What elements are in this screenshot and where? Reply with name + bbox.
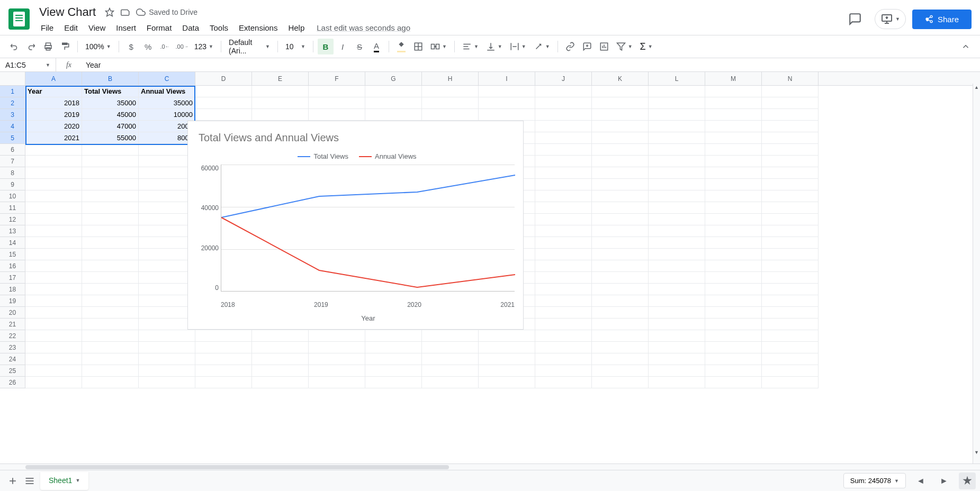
cell[interactable] [139,319,195,330]
vertical-scrollbar[interactable]: ▲ ▼ [973,84,980,463]
cell[interactable] [82,214,139,225]
cell[interactable] [705,319,762,330]
text-color-button[interactable]: A [368,39,384,54]
cell[interactable] [762,377,819,388]
col-header-h[interactable]: H [422,72,479,85]
col-header-j[interactable]: J [535,72,592,85]
cell[interactable]: 2019 [25,109,82,121]
cell[interactable] [25,284,82,295]
cell[interactable] [139,307,195,319]
menu-extensions[interactable]: Extensions [234,21,282,34]
cell[interactable] [705,156,762,167]
cell[interactable] [139,365,195,377]
col-header-k[interactable]: K [592,72,649,85]
decrease-decimal-button[interactable]: .0← [157,39,173,54]
cell[interactable] [139,295,195,307]
row-header[interactable]: 11 [0,202,25,214]
cell[interactable] [592,284,649,295]
col-header-n[interactable]: N [762,72,819,85]
cell[interactable] [762,260,819,272]
cell[interactable] [422,86,479,97]
cell[interactable] [592,144,649,156]
cell[interactable] [422,365,479,377]
cell[interactable] [592,167,649,179]
embedded-chart[interactable]: Total Views and Annual Views Total Views… [187,121,524,330]
print-button[interactable] [40,39,56,54]
cell[interactable] [25,377,82,388]
cell[interactable] [649,167,705,179]
cell[interactable] [762,156,819,167]
cell[interactable] [365,365,422,377]
cell[interactable]: 55000 [82,132,139,144]
cell[interactable] [82,167,139,179]
row-header[interactable]: 14 [0,237,25,249]
col-header-f[interactable]: F [309,72,365,85]
text-rotation-button[interactable]: ▼ [531,40,553,53]
increase-decimal-button[interactable]: .00→ [174,39,190,54]
cell[interactable] [365,330,422,342]
cell[interactable] [705,144,762,156]
cell[interactable] [535,156,592,167]
cell[interactable] [25,156,82,167]
cell[interactable] [762,295,819,307]
cell[interactable] [25,272,82,284]
save-status[interactable]: Saved to Drive [136,7,197,17]
cell[interactable] [252,330,309,342]
cell[interactable] [479,377,535,388]
cell[interactable] [365,353,422,365]
paint-format-button[interactable] [57,39,73,54]
cell[interactable] [535,319,592,330]
cell[interactable] [309,365,365,377]
cell[interactable] [762,86,819,97]
font-size-select[interactable]: 10▼ [282,40,309,53]
cell[interactable] [592,330,649,342]
cell[interactable] [649,353,705,365]
cell[interactable]: 2018 [25,97,82,109]
cell[interactable] [762,284,819,295]
cell[interactable] [82,179,139,190]
cell[interactable] [479,330,535,342]
cell[interactable]: 47000 [82,121,139,132]
strikethrough-button[interactable]: S [352,39,367,54]
cell[interactable] [479,365,535,377]
col-header-g[interactable]: G [365,72,422,85]
fill-color-button[interactable] [393,39,409,54]
menu-insert[interactable]: Insert [111,21,141,34]
cell[interactable] [705,225,762,237]
cell[interactable] [535,167,592,179]
cell[interactable] [762,109,819,121]
cell[interactable] [592,353,649,365]
col-header-e[interactable]: E [252,72,309,85]
star-icon[interactable] [104,7,115,17]
cell[interactable] [592,190,649,202]
cell[interactable] [705,260,762,272]
col-header-i[interactable]: I [479,72,535,85]
collapse-toolbar-button[interactable] [958,39,974,54]
cell[interactable] [649,319,705,330]
cell[interactable] [762,330,819,342]
cell[interactable] [535,307,592,319]
cell[interactable] [82,307,139,319]
cell[interactable] [479,342,535,353]
cell[interactable] [139,144,195,156]
cell[interactable] [592,132,649,144]
filter-button[interactable]: ▼ [613,40,636,53]
cell[interactable] [649,260,705,272]
insert-chart-button[interactable] [596,39,612,54]
cell[interactable] [762,365,819,377]
cell[interactable] [139,214,195,225]
cell[interactable] [762,179,819,190]
cell[interactable] [649,284,705,295]
name-box[interactable]: A1:C5▼ [0,58,56,71]
cell[interactable] [705,132,762,144]
cell[interactable]: 35000 [139,97,195,109]
cell[interactable] [139,284,195,295]
cell[interactable] [649,144,705,156]
bold-button[interactable]: B [318,39,334,54]
row-header[interactable]: 3 [0,109,25,121]
row-header[interactable]: 13 [0,225,25,237]
cell[interactable] [139,260,195,272]
cell[interactable] [705,109,762,121]
cell[interactable] [592,214,649,225]
cell[interactable] [592,377,649,388]
